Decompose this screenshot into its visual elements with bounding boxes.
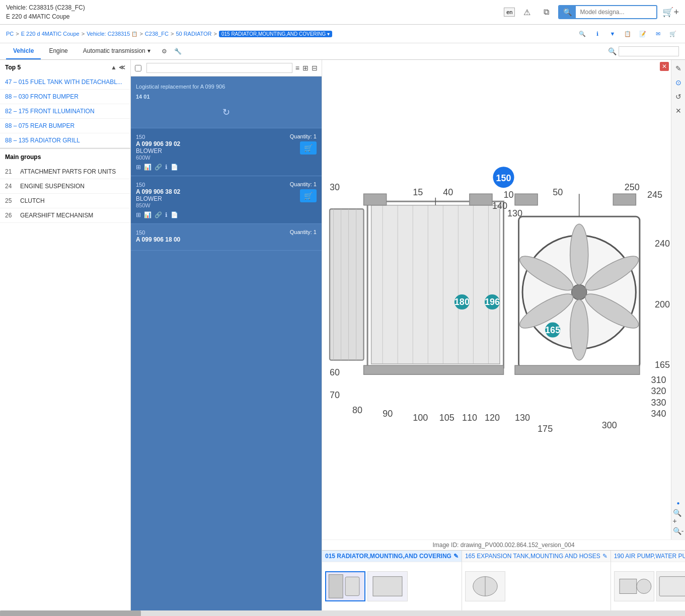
tab-automatic-transmission[interactable]: Automatic transmission ▾ (76, 43, 158, 59)
parts-select-all[interactable] (135, 65, 141, 71)
zoom-in-diagram-icon[interactable]: 🔍+ (673, 511, 684, 522)
sidebar-item-fuel-tank[interactable]: 47 – 015 FUEL TANK WITH DETACHABL... (0, 75, 130, 90)
thumb-015-label[interactable]: 015 RADIATOR,MOUNTING,AND COVERING ✎ (322, 551, 462, 562)
svg-text:80: 80 (352, 405, 362, 415)
svg-text:15: 15 (413, 187, 423, 197)
top5-arrows[interactable]: ▲ ≪ (111, 64, 125, 71)
sidebar-group-25[interactable]: 25 CLUTCH (0, 194, 130, 208)
lang-select[interactable]: en (504, 8, 515, 17)
part-1-link-icon[interactable]: 🔗 (155, 164, 162, 171)
part-row-3-top: 150 A 099 906 18 00 Quantity: 1 (136, 229, 317, 243)
part-1-spec: 600W (136, 155, 180, 161)
breadcrumb-model[interactable]: E 220 d 4MATIC Coupe (21, 31, 80, 37)
part-1-chart-icon[interactable]: 📊 (144, 164, 151, 171)
zoom-out-diagram-icon[interactable]: 🔍- (673, 525, 684, 536)
svg-text:250: 250 (625, 182, 640, 192)
scrollbar-thumb[interactable] (0, 610, 141, 616)
part-1-doc-icon[interactable]: 📄 (171, 164, 178, 171)
blue-indicator: ● (673, 497, 684, 508)
svg-text:320: 320 (651, 386, 666, 396)
part-2-info-icon[interactable]: ℹ (165, 211, 168, 218)
filter-icon[interactable]: ▼ (606, 28, 619, 40)
logistical-text: Logistical replacement for A 099 906 (136, 82, 317, 92)
breadcrumb-active[interactable]: 015 RADIATOR,MOUNTING,AND COVERING ▾ (219, 31, 332, 37)
edit-diagram-icon[interactable]: ✎ (673, 63, 684, 74)
thumb-190-img-1[interactable] (614, 571, 654, 601)
cart-add-icon[interactable]: 🛒+ (662, 7, 679, 18)
part-2-doc-icon[interactable]: 📄 (171, 211, 178, 218)
expand-icon[interactable]: ⊟ (312, 64, 318, 72)
svg-text:180: 180 (454, 297, 470, 307)
wis-icon[interactable]: 📝 (637, 28, 649, 40)
parts-search-input[interactable] (146, 63, 292, 73)
model-search-input[interactable] (576, 7, 656, 18)
alert-icon[interactable]: ⚠ (520, 5, 534, 19)
tab-vehicle[interactable]: Vehicle (6, 43, 41, 59)
svg-point-16 (570, 224, 588, 284)
loading-spinner: ↻ (136, 102, 317, 123)
list-view-icon[interactable]: ≡ (295, 64, 299, 72)
svg-text:175: 175 (538, 424, 553, 434)
breadcrumb-radiator[interactable]: 50 RADIATOR (176, 31, 211, 37)
part-1-info-icon[interactable]: ℹ (165, 164, 168, 171)
part-2-qty-label: Quantity: 1 (290, 181, 317, 187)
part-1-grid-icon[interactable]: ⊞ (136, 164, 141, 171)
sidebar-item-front-bumper[interactable]: 88 – 030 FRONT BUMPER (0, 90, 130, 104)
tabs-search-input[interactable] (619, 46, 679, 56)
thumb-015-edit-icon[interactable]: ✎ (453, 553, 459, 560)
thumb-015-img-2[interactable] (367, 571, 408, 601)
thumb-165-img-1[interactable] (465, 571, 505, 601)
sidebar-group-21[interactable]: 21 ATTACHMENT PARTS FOR UNITS (0, 165, 130, 179)
main-groups-header: Main groups (0, 148, 130, 165)
copy-icon[interactable]: ⧉ (539, 5, 553, 19)
image-id: Image ID: drawing_PV000.002.864.152_vers… (322, 540, 685, 550)
sidebar-group-26[interactable]: 26 GEARSHIFT MECHANISM (0, 208, 130, 223)
thumb-group-165: 165 EXPANSION TANK,MOUNTING AND HOSES ✎ (462, 551, 611, 610)
cart-icon[interactable]: 🛒 (667, 28, 679, 40)
circle-tool-icon[interactable]: ⊙ (673, 77, 684, 88)
part-2-cart-button[interactable]: 🛒 (300, 189, 317, 202)
sidebar-item-front-illumination[interactable]: 82 – 175 FRONT ILLUMINATION (0, 104, 130, 119)
breadcrumb-vehicle[interactable]: Vehicle: C238315 📋 (87, 31, 137, 37)
mail-icon[interactable]: ✉ (652, 28, 664, 40)
thumb-190-img-2[interactable] (656, 571, 685, 601)
svg-text:110: 110 (462, 413, 477, 423)
tabs-search-icon[interactable]: 🔍 (606, 45, 619, 57)
export-icon[interactable]: 📋 (622, 28, 634, 40)
thumb-190-label[interactable]: 190 AIR PUMP,WATER PUMP AND DETACHABLE B… (611, 551, 685, 562)
tab-wrench-icon[interactable]: ⚙ (159, 45, 170, 58)
sidebar-item-radiator-grill[interactable]: 88 – 135 RADIATOR GRILL (0, 133, 130, 148)
zoom-icon[interactable]: 🔍 (576, 28, 588, 40)
svg-text:165: 165 (545, 325, 560, 335)
tab-engine[interactable]: Engine (42, 43, 74, 59)
svg-text:60: 60 (330, 367, 340, 377)
info-icon[interactable]: ℹ (591, 28, 603, 40)
grid-view-icon[interactable]: ⊞ (302, 64, 309, 72)
part-3-code: A 099 906 18 00 (136, 236, 180, 243)
breadcrumb-fc[interactable]: C238_FC (145, 31, 169, 37)
thumb-015-img-1[interactable] (325, 571, 365, 601)
model-search-button[interactable]: 🔍 (559, 6, 576, 18)
part-3-qty-label: Quantity: 1 (290, 229, 317, 235)
diagram-close-button[interactable]: ✕ (660, 62, 669, 71)
part-2-grid-icon[interactable]: ⊞ (136, 211, 141, 218)
tab-settings-icon[interactable]: 🔧 (171, 45, 185, 58)
thumb-165-edit-icon[interactable]: ✎ (602, 553, 607, 560)
part-1-cart-button[interactable]: 🛒 (300, 141, 317, 155)
parts-list-header: ≡ ⊞ ⊟ (131, 60, 322, 76)
logistical-code: 14 01 (136, 92, 317, 102)
svg-rect-31 (364, 365, 504, 374)
part-2-chart-icon[interactable]: 📊 (144, 211, 151, 218)
sidebar-item-rear-bumper[interactable]: 88 – 075 REAR BUMPER (0, 119, 130, 133)
sidebar: Top 5 ▲ ≪ 47 – 015 FUEL TANK WITH DETACH… (0, 60, 131, 610)
bottom-scrollbar[interactable] (0, 610, 685, 616)
svg-rect-30 (613, 194, 636, 205)
history-icon[interactable]: ↺ (673, 91, 684, 102)
cross-remove-icon[interactable]: ✕ (673, 105, 684, 116)
sidebar-group-24[interactable]: 24 ENGINE SUSPENSION (0, 179, 130, 194)
part-2-link-icon[interactable]: 🔗 (155, 211, 162, 218)
thumb-165-label[interactable]: 165 EXPANSION TANK,MOUNTING AND HOSES ✎ (462, 551, 611, 562)
svg-text:10: 10 (504, 190, 514, 200)
breadcrumb-pc[interactable]: PC (6, 31, 14, 37)
svg-rect-69 (329, 575, 343, 598)
